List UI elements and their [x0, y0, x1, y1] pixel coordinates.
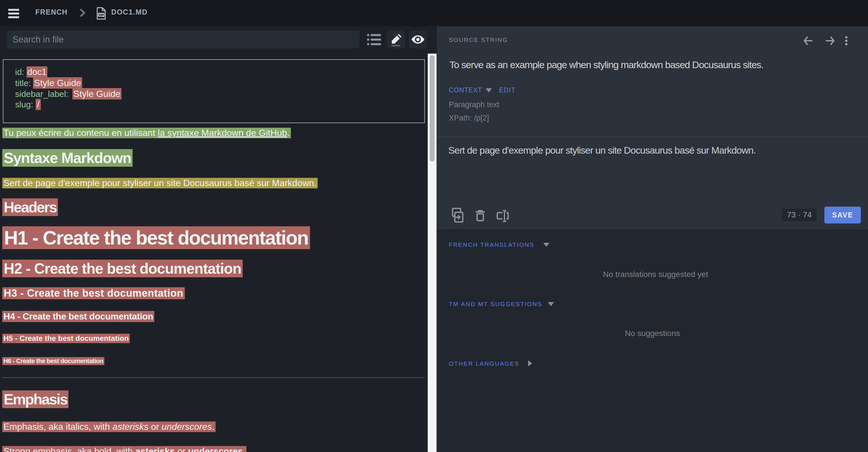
svg-text:M: M [99, 13, 102, 17]
